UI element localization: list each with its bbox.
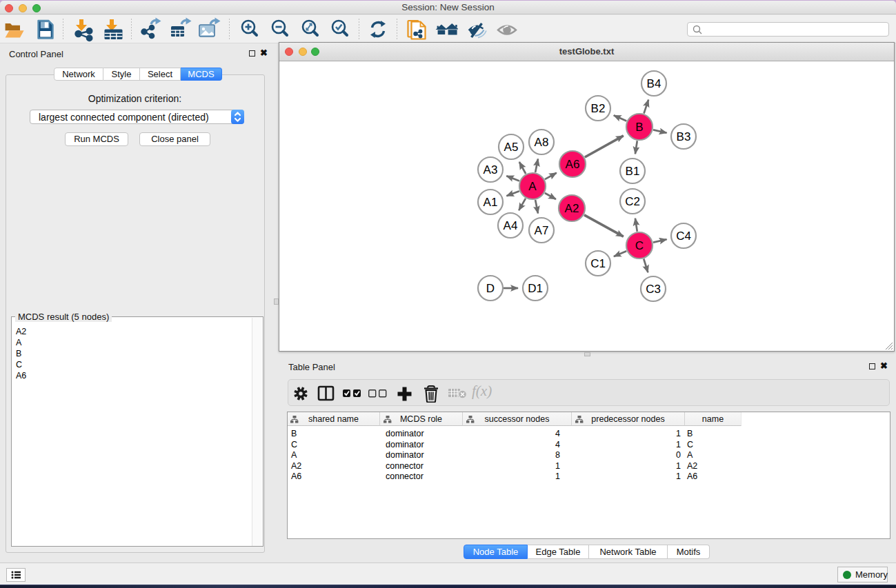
svg-text:B2: B2 <box>591 102 606 115</box>
svg-text:B1: B1 <box>626 165 640 178</box>
svg-text:D1: D1 <box>528 282 543 295</box>
svg-text:C4: C4 <box>676 230 691 243</box>
svg-text:C1: C1 <box>590 257 606 270</box>
svg-text:A5: A5 <box>504 141 519 154</box>
svg-text:A6: A6 <box>566 158 580 171</box>
svg-text:A7: A7 <box>535 224 549 237</box>
svg-text:A8: A8 <box>535 136 549 149</box>
svg-text:C: C <box>635 239 644 252</box>
svg-text:C3: C3 <box>646 283 661 296</box>
svg-text:A: A <box>528 180 537 193</box>
svg-text:B3: B3 <box>677 130 691 143</box>
svg-text:A2: A2 <box>565 202 579 215</box>
svg-text:D: D <box>486 282 495 295</box>
svg-text:C2: C2 <box>625 195 640 208</box>
svg-text:A4: A4 <box>504 219 518 232</box>
svg-text:B4: B4 <box>647 77 661 90</box>
svg-text:B: B <box>635 121 643 134</box>
svg-text:A3: A3 <box>484 163 498 176</box>
svg-text:A1: A1 <box>484 196 498 209</box>
